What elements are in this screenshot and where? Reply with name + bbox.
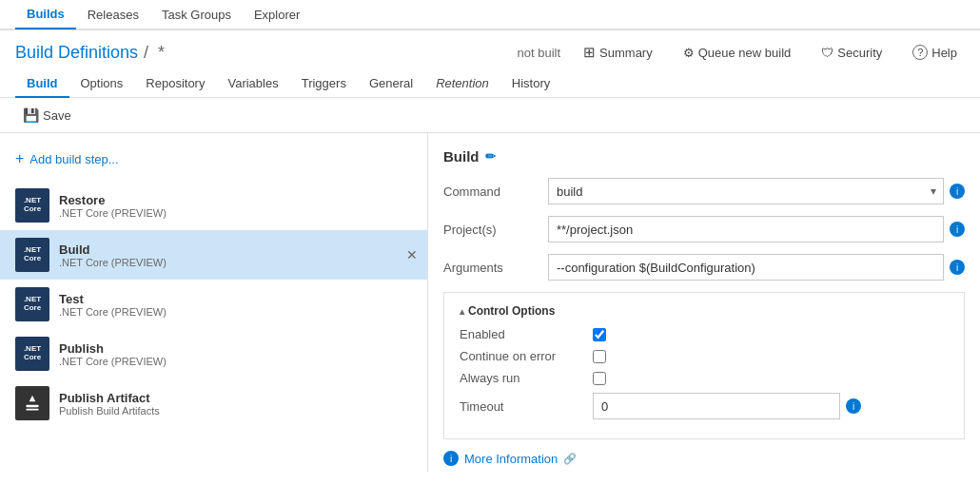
step-test[interactable]: .NETCore Test .NET Core (PREVIEW) <box>0 280 427 329</box>
shield-icon: 🛡 <box>821 46 833 60</box>
tab-options[interactable]: Options <box>69 70 135 98</box>
step-publish[interactable]: .NETCore Publish .NET Core (PREVIEW) <box>0 329 427 378</box>
checkbox-continue-error-wrap <box>593 350 606 363</box>
field-projects: Project(s) i <box>443 216 965 242</box>
more-info-link[interactable]: i More Information 🔗 <box>443 439 965 466</box>
tab-retention[interactable]: Retention <box>424 70 500 98</box>
main-content: + Add build step... .NETCore Restore .NE… <box>0 133 980 472</box>
save-button[interactable]: 💾 Save <box>15 104 79 126</box>
label-arguments: Arguments <box>443 261 548 275</box>
tab-triggers[interactable]: Triggers <box>290 70 358 98</box>
control-projects: i <box>548 216 965 242</box>
step-icon-publish-artifact <box>15 386 49 420</box>
step-name-restore: Restore <box>59 193 412 207</box>
step-restore[interactable]: .NETCore Restore .NET Core (PREVIEW) <box>0 181 427 230</box>
always-run-checkbox[interactable] <box>593 372 606 385</box>
breadcrumb-current: * <box>158 43 165 63</box>
step-icon-test: .NETCore <box>15 287 49 321</box>
command-info-icon[interactable]: i <box>950 184 965 199</box>
step-icon-publish: .NETCore <box>15 337 49 371</box>
control-timeout: i <box>593 393 949 419</box>
toolbar: 💾 Save <box>0 98 980 133</box>
step-details-test: Test .NET Core (PREVIEW) <box>59 292 412 318</box>
tab-repository[interactable]: Repository <box>134 70 216 98</box>
step-details-publish-artifact: Publish Artifact Publish Build Artifacts <box>59 391 412 417</box>
nav-item-releases[interactable]: Releases <box>76 0 150 29</box>
nav-item-explorer[interactable]: Explorer <box>243 0 311 29</box>
control-options-title: ▴ Control Options <box>460 304 949 318</box>
step-build[interactable]: .NETCore Build .NET Core (PREVIEW) ✕ <box>0 230 427 280</box>
label-enabled: Enabled <box>460 327 593 341</box>
field-timeout: Timeout i <box>460 393 949 419</box>
external-link-icon: 🔗 <box>563 453 577 465</box>
tab-history[interactable]: History <box>500 70 561 98</box>
control-arguments: i <box>548 254 965 281</box>
projects-input[interactable] <box>548 216 944 242</box>
help-icon: ? <box>912 45 928 60</box>
step-name-build: Build <box>59 242 412 257</box>
continue-error-checkbox[interactable] <box>593 350 606 363</box>
field-command: Command build restore test publish ▾ i <box>443 178 965 204</box>
enabled-checkbox[interactable] <box>593 328 606 341</box>
checkbox-always-run-wrap <box>593 372 606 385</box>
tab-general[interactable]: General <box>358 70 424 98</box>
breadcrumb-link[interactable]: Build Definitions <box>15 43 138 63</box>
summary-icon: ⊞ <box>583 44 596 61</box>
save-icon: 💾 <box>23 107 39 123</box>
security-button[interactable]: 🛡 Security <box>813 42 890 64</box>
timeout-input[interactable] <box>593 393 840 419</box>
label-projects: Project(s) <box>443 223 548 237</box>
step-details-build: Build .NET Core (PREVIEW) <box>59 242 412 268</box>
step-name-test: Test <box>59 292 412 306</box>
top-nav: Builds Releases Task Groups Explorer <box>0 0 980 30</box>
timeout-info-icon[interactable]: i <box>846 398 861 414</box>
collapse-icon[interactable]: ▴ <box>460 306 464 317</box>
command-select[interactable]: build restore test publish <box>548 178 944 204</box>
step-sub-publish: .NET Core (PREVIEW) <box>59 356 412 367</box>
summary-button[interactable]: ⊞ Summary <box>576 40 660 65</box>
field-always-run: Always run <box>460 371 949 385</box>
queue-icon: ⚙ <box>683 46 695 60</box>
breadcrumb: Build Definitions / * <box>15 43 168 63</box>
nav-item-taskgroups[interactable]: Task Groups <box>150 0 243 29</box>
tab-variables[interactable]: Variables <box>216 70 289 98</box>
arguments-info-icon[interactable]: i <box>950 260 965 275</box>
nav-item-builds[interactable]: Builds <box>15 0 76 29</box>
field-arguments: Arguments i <box>443 254 965 281</box>
plus-icon: + <box>15 150 24 167</box>
step-details-restore: Restore .NET Core (PREVIEW) <box>59 193 412 219</box>
step-details-publish: Publish .NET Core (PREVIEW) <box>59 341 412 367</box>
label-continue-error: Continue on error <box>460 349 593 363</box>
step-sub-build: .NET Core (PREVIEW) <box>59 257 412 268</box>
step-name-publish-artifact: Publish Artifact <box>59 391 412 405</box>
step-sub-test: .NET Core (PREVIEW) <box>59 306 412 318</box>
projects-info-icon[interactable]: i <box>950 222 965 237</box>
arguments-input[interactable] <box>548 254 944 281</box>
step-icon-restore: .NETCore <box>15 188 49 223</box>
more-info-icon: i <box>443 451 459 466</box>
close-icon[interactable]: ✕ <box>406 247 418 262</box>
step-icon-build: .NETCore <box>15 238 49 272</box>
label-command: Command <box>443 184 548 199</box>
edit-icon[interactable]: ✏ <box>485 149 496 164</box>
right-panel: Build ✏ Command build restore test publi… <box>428 133 980 472</box>
help-button[interactable]: ? Help <box>905 41 965 64</box>
section-title: Build ✏ <box>443 148 965 165</box>
control-command: build restore test publish ▾ i <box>548 178 965 204</box>
breadcrumb-separator: / <box>144 43 148 63</box>
add-step-button[interactable]: + Add build step... <box>0 145 427 173</box>
step-sub-publish-artifact: Publish Build Artifacts <box>59 405 412 417</box>
step-publish-artifact[interactable]: Publish Artifact Publish Build Artifacts <box>0 378 427 428</box>
step-name-publish: Publish <box>59 341 412 356</box>
status-badge: not built <box>518 46 561 60</box>
tab-bar: Build Options Repository Variables Trigg… <box>0 70 980 98</box>
left-panel: + Add build step... .NETCore Restore .NE… <box>0 133 428 472</box>
queue-build-button[interactable]: ⚙ Queue new build <box>676 42 799 64</box>
label-always-run: Always run <box>460 371 593 385</box>
field-continue-error: Continue on error <box>460 349 949 363</box>
header-actions: not built ⊞ Summary ⚙ Queue new build 🛡 … <box>518 40 965 65</box>
label-timeout: Timeout <box>460 399 593 414</box>
control-options-section: ▴ Control Options Enabled Continue on er… <box>443 292 965 439</box>
field-enabled: Enabled <box>460 327 949 341</box>
tab-build[interactable]: Build <box>15 70 69 98</box>
